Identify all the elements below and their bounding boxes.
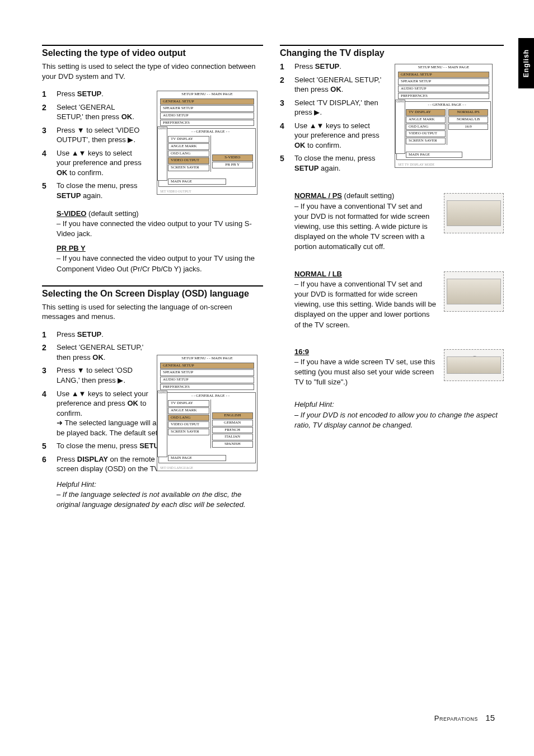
section-title-osd-lang: Selecting the On Screen Display (OSD) la… (42, 285, 263, 299)
option-body: – If you have connected the video output… (57, 253, 263, 274)
osd-screenshot-video-output: SETUP MENU - - MAIN PAGEGENERAL SETUPSPE… (157, 91, 257, 195)
hint-body: – If the language selected is not availa… (57, 490, 263, 510)
tv-illustration (444, 271, 504, 312)
section-intro: This setting is used for selecting the l… (42, 302, 263, 322)
option-normal-ps: NORMAL / PS (294, 191, 342, 200)
step: Use ▲▼ keys to select your preference an… (42, 148, 143, 178)
tv-illustration (444, 349, 504, 381)
tv-illustration (444, 193, 504, 233)
section-title-video-output: Selecting the type of video output (42, 45, 263, 58)
option-svideo: S-VIDEO (57, 209, 86, 218)
step: Select 'GENERAL SETUP,' then press OK. (42, 342, 157, 362)
section-intro: This setting is used to select the type … (42, 62, 263, 81)
step: To close the menu, press SETUP again. (42, 181, 143, 200)
step: Press ▼ to select 'OSD LANG,' then press… (42, 365, 157, 385)
step: Select 'TV DISPLAY,' then press ▶. (280, 98, 383, 118)
step: Select 'GENERAL SETUP,' then press OK. (42, 102, 143, 122)
option-body: – If you have a conventional TV set and … (294, 279, 436, 330)
hint-body: – If your DVD is not encoded to allow yo… (294, 410, 504, 430)
hint-label: Helpful Hint: (294, 400, 504, 410)
hint-label: Helpful Hint: (57, 480, 263, 490)
step: Press SETUP. (42, 89, 143, 99)
step: Press ▼ to select 'VIDEO OUTPUT', then p… (42, 125, 143, 145)
section-title-tv-display: Changing the TV display (280, 45, 504, 58)
option-prpby: PR PB Y (57, 244, 86, 252)
option-normal-lb: NORMAL / LB (294, 269, 436, 279)
page-number: 15 (485, 713, 495, 722)
option-16-9: 16:9 (294, 347, 436, 357)
option-body: – If you have a wide screen TV set, use … (294, 357, 436, 388)
footer: Preparations 15 (434, 713, 495, 722)
footer-label: Preparations (434, 714, 478, 722)
osd-screenshot-osd-lang: SETUP MENU - - MAIN PAGEGENERAL SETUPSPE… (157, 355, 257, 471)
step: Press SETUP. (42, 330, 157, 340)
option-body: – If you have a conventional TV set and … (294, 201, 436, 252)
step: Press SETUP. (280, 62, 383, 72)
osd-screenshot-tv-display: SETUP MENU - - MAIN PAGEGENERAL SETUPSPE… (395, 64, 493, 168)
step: Select 'GENERAL SETUP,' then press OK. (280, 75, 383, 95)
step: To close the menu, press SETUP again. (280, 153, 383, 173)
step: Use ▲▼ keys to select your preference an… (280, 121, 383, 151)
option-body: – If you have connected the video output… (57, 219, 263, 239)
language-tab: English (518, 38, 534, 88)
